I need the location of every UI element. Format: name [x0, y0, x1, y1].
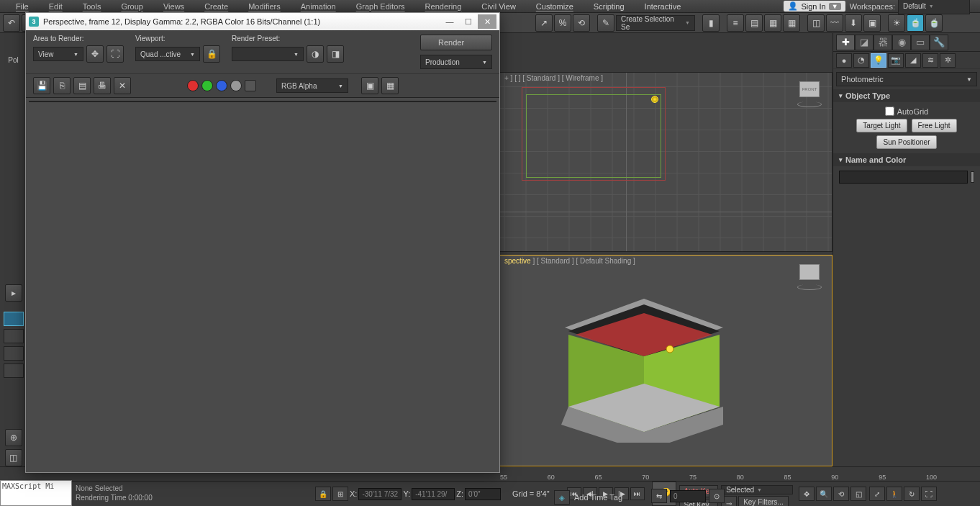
render-mode-dropdown[interactable]: Production	[420, 55, 492, 69]
menu-modifiers[interactable]: Modifiers	[238, 1, 291, 12]
time-config-icon[interactable]: ⇆	[651, 489, 667, 503]
schematic-icon[interactable]: ◫	[807, 14, 825, 32]
nav-orbit-icon[interactable]: ⟲	[833, 487, 849, 501]
toggle-overlay-b-icon[interactable]: ▦	[381, 77, 399, 94]
viewport-persp-label[interactable]: spective ] [ Standard ] [ Default Shadin…	[504, 257, 635, 265]
render-preset-dropdown[interactable]	[232, 47, 304, 61]
crop-icon[interactable]: ⛶	[106, 45, 124, 63]
render-teapot-icon[interactable]: 🍵	[907, 14, 924, 32]
nav-rot-icon[interactable]: ↻	[904, 487, 920, 501]
menu-animation[interactable]: Animation	[291, 1, 346, 12]
render-last-icon[interactable]: 🍵	[925, 14, 943, 32]
display-tab-icon[interactable]: ▭	[911, 35, 930, 50]
view-layout-4[interactable]	[4, 363, 24, 378]
menu-customize[interactable]: Customize	[526, 1, 584, 12]
modify-tab-icon[interactable]: ◪	[855, 35, 874, 50]
clone-image-icon[interactable]: ▤	[73, 77, 91, 94]
expand-icon[interactable]: ▸	[5, 284, 22, 302]
render-viewport-dropdown[interactable]: Quad ...ctive	[135, 47, 200, 61]
menu-group[interactable]: Group	[111, 1, 153, 12]
nav-fov-icon[interactable]: ⤢	[869, 487, 885, 501]
addtag-label[interactable]: Add Time Tag	[574, 493, 622, 502]
minimize-icon[interactable]: —	[440, 14, 459, 29]
render-setup-icon[interactable]: ⬇	[845, 14, 862, 32]
render-button[interactable]: Render	[420, 35, 492, 50]
menu-create[interactable]: Create	[194, 1, 238, 12]
nav-zoom-icon[interactable]: 🔍	[816, 487, 832, 501]
viewport-front-label[interactable]: + ] [ ] [ Standard ] [ Wireframe ]	[504, 74, 603, 82]
toolbar-btn-d[interactable]: ✎	[597, 14, 614, 32]
toggle-overlay-a-icon[interactable]: ▣	[361, 77, 378, 94]
render-titlebar[interactable]: 3 Perspective, frame 12, Display Gamma: …	[26, 13, 499, 30]
world-icon[interactable]: ⊕	[5, 429, 22, 446]
menu-scripting[interactable]: Scripting	[584, 1, 635, 12]
undo-icon[interactable]: ↶	[3, 14, 20, 32]
lights-icon[interactable]: 💡	[871, 53, 886, 68]
print-image-icon[interactable]: 🖶	[94, 77, 111, 94]
object-type-rollout[interactable]: Object Type	[833, 89, 980, 102]
save-image-icon[interactable]: 💾	[33, 77, 50, 94]
create-tab-icon[interactable]: ✚	[836, 35, 855, 50]
nav-full-icon[interactable]: ⛶	[921, 487, 937, 501]
x-value[interactable]: -30'11 7/32	[358, 488, 401, 500]
toolbar-btn-c[interactable]: ⟲	[573, 14, 590, 32]
menu-edit[interactable]: Edit	[39, 1, 73, 12]
preset-a-icon[interactable]: ◑	[307, 45, 324, 63]
maximize-icon[interactable]: ☐	[459, 14, 478, 29]
menu-interactive[interactable]: Interactive	[635, 1, 691, 12]
toggle-icon[interactable]: ▦	[764, 14, 781, 32]
object-name-input[interactable]	[839, 171, 968, 184]
menu-grapheditors[interactable]: Graph Editors	[346, 1, 415, 12]
layers-icon[interactable]: ▤	[745, 14, 763, 32]
systems-icon[interactable]: ✲	[940, 53, 956, 68]
frame-buffer-icon[interactable]: ▣	[863, 14, 881, 32]
toolbar-btn-a[interactable]: ↗	[535, 14, 553, 32]
object-color-swatch[interactable]	[971, 171, 974, 183]
z-value[interactable]: 0'0"	[465, 488, 501, 500]
lock-viewport-icon[interactable]: 🔒	[203, 45, 220, 63]
channel-green-icon[interactable]	[201, 80, 213, 91]
nav-max-icon[interactable]: ◱	[850, 487, 866, 501]
channel-red-icon[interactable]	[187, 80, 199, 91]
goto-end-icon[interactable]: ⏭	[630, 487, 645, 500]
signin-dropdown-icon[interactable]: ▼	[829, 3, 841, 10]
nav-walk-icon[interactable]: 🚶	[886, 487, 902, 501]
sel-lock-icon[interactable]: ⊞	[332, 487, 348, 501]
material-icon[interactable]: 〰	[826, 14, 843, 32]
region-icon[interactable]: ✥	[86, 45, 104, 63]
isolate-icon[interactable]: ◫	[5, 449, 22, 466]
copy-image-icon[interactable]: ⎘	[53, 77, 71, 94]
view-layout-3[interactable]	[4, 346, 24, 361]
free-light-button[interactable]: Free Light	[912, 119, 957, 132]
light-type-dropdown[interactable]: Photometric	[836, 72, 977, 86]
menu-rendering[interactable]: Rendering	[415, 1, 472, 12]
keyfilters-button[interactable]: Key Filters...	[738, 496, 789, 506]
lock-icon[interactable]: 🔒	[315, 487, 331, 501]
sun-positioner-button[interactable]: Sun Positioner	[876, 135, 936, 149]
spacewarps-icon[interactable]: ≋	[922, 53, 938, 68]
toolbar-btn-b[interactable]: %	[554, 14, 571, 32]
viewport-front[interactable]: + ] [ ] [ Standard ] [ Wireframe ] FRONT	[499, 72, 832, 252]
viewcube-front[interactable]: FRONT	[794, 77, 825, 107]
helpers-icon[interactable]: ◢	[905, 53, 921, 68]
render-output[interactable]	[29, 101, 496, 102]
target-light-button[interactable]: Target Light	[856, 119, 907, 132]
channel-mono-icon[interactable]	[245, 80, 256, 91]
curve-editor-icon[interactable]: ▦	[783, 14, 800, 32]
channel-blue-icon[interactable]	[216, 80, 227, 91]
close-icon[interactable]: ✕	[478, 14, 496, 29]
view-layout-2[interactable]	[4, 329, 24, 343]
area-render-dropdown[interactable]: View	[33, 47, 83, 61]
y-value[interactable]: -41'11 29/	[412, 488, 455, 500]
motion-tab-icon[interactable]: ◉	[892, 35, 911, 50]
signin-button[interactable]: 👤 Sign In ▼	[784, 1, 845, 12]
geometry-icon[interactable]: ●	[836, 53, 852, 68]
workspaces-dropdown[interactable]: Default	[898, 0, 970, 14]
preset-b-icon[interactable]: ◨	[327, 45, 344, 63]
light-gizmo-front[interactable]	[651, 96, 658, 103]
name-color-rollout[interactable]: Name and Color	[833, 153, 980, 166]
render-prod-icon[interactable]: ☀	[888, 14, 905, 32]
current-frame-input[interactable]: 0	[670, 490, 706, 502]
viewcube-persp[interactable]	[794, 260, 825, 290]
cameras-icon[interactable]: 📷	[888, 53, 904, 68]
